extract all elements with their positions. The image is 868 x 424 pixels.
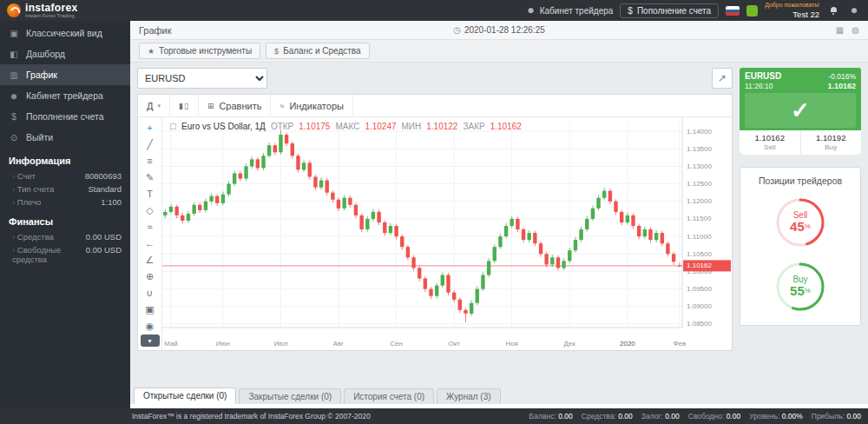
rss-icon[interactable]: ◍ <box>852 25 859 35</box>
classic-view-icon: ▣ <box>9 29 19 38</box>
svg-text:1.11500: 1.11500 <box>687 215 712 222</box>
sidebar-item-chart[interactable]: ▥ График <box>0 64 130 85</box>
svg-text:1.08500: 1.08500 <box>687 320 712 328</box>
trader-cabinet-label: Кабинет трейдера <box>540 6 614 16</box>
buy-button[interactable]: 1.10192 Buy <box>800 130 862 155</box>
magnet-icon[interactable]: ∪ <box>141 285 159 301</box>
compare-button[interactable]: ⊞ Сравнить <box>199 95 272 116</box>
open-label: ОТКР <box>271 122 293 131</box>
lock-icon[interactable]: ▣ <box>141 301 159 317</box>
svg-text:1.12500: 1.12500 <box>687 180 712 188</box>
stat-free: Свободно: 0.00 <box>688 412 740 421</box>
deposit-button[interactable]: $ Пополнение счета <box>620 3 719 18</box>
sidebar-item-deposit[interactable]: $ Пополнение счета <box>0 106 130 127</box>
trading-instruments-button[interactable]: ★ Торговые инструменты <box>139 43 260 59</box>
instaforex-logo-icon <box>7 3 21 17</box>
stat-value: 0.00 <box>558 412 573 421</box>
eye-icon[interactable]: ◉ <box>141 318 159 334</box>
interval-button[interactable]: Д ▾ <box>138 95 170 116</box>
chart-symbol-title: Euro vs US Dollar, 1Д <box>181 122 266 131</box>
sell-price: 1.10162 <box>755 133 785 143</box>
sidebar-item-classic-view[interactable]: ▣ Классический вид <box>0 23 130 43</box>
xabcd-pattern-icon[interactable]: ◇ <box>141 202 159 218</box>
stat-value: 0.00% <box>782 412 803 421</box>
balance-funds-button[interactable]: $ Баланс и Средства <box>266 43 370 59</box>
sidebar-item-logout[interactable]: ⊙ Выйти <box>0 127 130 148</box>
svg-text:1.09500: 1.09500 <box>687 285 712 293</box>
tool-glyph: ╱ <box>147 139 153 150</box>
tab-journal[interactable]: Журнал (3) <box>437 388 501 404</box>
notifications-button[interactable] <box>826 3 840 17</box>
trend-line-icon[interactable]: ╱ <box>141 136 159 152</box>
stat-label: Баланс: <box>529 412 556 421</box>
svg-text:Дек: Дек <box>564 340 576 348</box>
text-tool-icon[interactable]: T <box>141 186 159 202</box>
svg-text:Ноя: Ноя <box>505 340 518 348</box>
compare-label: Сравнить <box>219 101 261 111</box>
measure-icon[interactable]: ∠ <box>141 252 159 268</box>
chart-canvas[interactable]: 1.085001.090001.095001.100001.105001.110… <box>162 117 732 350</box>
fullscreen-button[interactable]: ↗ <box>712 68 733 89</box>
info-row-leverage: Плечо 1:100 <box>0 195 130 209</box>
tab-open-deals[interactable]: Открытые сделки (0) <box>134 388 236 404</box>
low-label: МИН <box>402 122 422 131</box>
row-value: 0.00 USD <box>86 232 122 242</box>
sell-gauge-value: 45% <box>790 220 811 235</box>
tool-glyph: T <box>147 189 153 199</box>
positions-title: Позиции трейдеров <box>759 176 842 186</box>
chart-column: EURUSD ↗ Д ▾ ▮▯ <box>137 68 733 386</box>
quote-actions: 1.10162 Sell 1.10192 Buy <box>740 130 861 155</box>
chart-legend: ☐ Euro vs US Dollar, 1Д ОТКР 1.10175 МАК… <box>169 122 522 131</box>
svg-text:Фев: Фев <box>673 340 686 348</box>
expand-icon: ↗ <box>718 72 727 84</box>
sidebar: ▣ Классический вид ◧ Дашборд ▥ График ☻ … <box>0 21 130 408</box>
svg-text:Июл: Июл <box>273 340 288 348</box>
symbol-select[interactable]: EURUSD <box>137 68 267 89</box>
sell-button[interactable]: 1.10162 Sell <box>740 130 800 155</box>
chart-toolbar: Д ▾ ▮▯ ⊞ Сравнить ≈ <box>138 95 732 117</box>
dashboard-icon: ◧ <box>9 50 19 59</box>
sell-gauge: Sell 45% <box>773 195 828 250</box>
bottom-tabs: Открытые сделки (0) Закрытые сделки (0) … <box>130 386 868 404</box>
tab-closed-deals[interactable]: Закрытые сделки (0) <box>239 388 341 404</box>
tool-glyph: ▣ <box>145 304 154 315</box>
row-label: Средства <box>12 232 54 242</box>
tab-account-history[interactable]: История счета (0) <box>344 388 434 404</box>
collapse-toolbar-button[interactable]: ▾ <box>141 335 160 347</box>
svg-text:Авг: Авг <box>333 340 345 348</box>
forecast-icon[interactable]: ≈ <box>141 219 159 235</box>
chart-style-button[interactable]: ▮▯ <box>170 95 199 116</box>
legend-toggle-icon[interactable]: ☐ <box>169 123 176 131</box>
sidebar-item-dashboard[interactable]: ◧ Дашборд <box>0 43 130 64</box>
avatar-icon: ☻ <box>850 6 859 15</box>
sidebar-item-label: Классический вид <box>26 28 102 38</box>
close-value: 1.10162 <box>490 122 522 131</box>
russian-flag-icon[interactable] <box>726 6 740 16</box>
body-row: ▣ Классический вид ◧ Дашборд ▥ График ☻ … <box>0 21 868 408</box>
sidebar-item-cabinet[interactable]: ☻ Кабинет трейдера <box>0 85 130 106</box>
candlestick-chart[interactable]: 1.085001.090001.095001.100001.105001.110… <box>162 117 732 350</box>
fib-retracement-icon[interactable]: ≡ <box>141 153 159 169</box>
position-tool-icon[interactable]: ← <box>141 235 159 251</box>
zoom-in-icon[interactable]: ⊕ <box>141 268 159 284</box>
high-value: 1.10247 <box>365 122 396 131</box>
tool-glyph: ∠ <box>146 255 155 266</box>
trader-positions-card: Позиции трейдеров Sell 45% <box>740 167 861 326</box>
row-label: Тип счета <box>12 184 54 194</box>
welcome-message: Добро пожаловать! <box>765 2 819 9</box>
brush-icon[interactable]: ✎ <box>141 169 159 185</box>
trader-cabinet-link[interactable]: ☻ Кабинет трейдера <box>526 6 613 16</box>
status-bar: InstaForex™ is a registered trademark of… <box>0 408 868 424</box>
sidebar-item-label: Выйти <box>26 132 53 142</box>
stat-label: Уровень: <box>749 412 779 421</box>
instaforex-logo[interactable]: instaforex Instant Forex Trading <box>7 3 77 19</box>
clock-icon: ◷ <box>453 25 461 35</box>
calendar-icon[interactable]: ▦ <box>836 25 844 35</box>
sidebar-item-label: Дашборд <box>26 49 65 59</box>
crosshair-icon[interactable]: + <box>141 120 159 136</box>
indicators-button[interactable]: ≈ Индикаторы <box>271 95 352 116</box>
user-menu-button[interactable]: ☻ <box>847 3 861 17</box>
chart-icon: ▥ <box>9 70 19 80</box>
svg-text:1.10162: 1.10162 <box>687 262 712 269</box>
stat-equity: Средства: 0.00 <box>582 412 633 421</box>
